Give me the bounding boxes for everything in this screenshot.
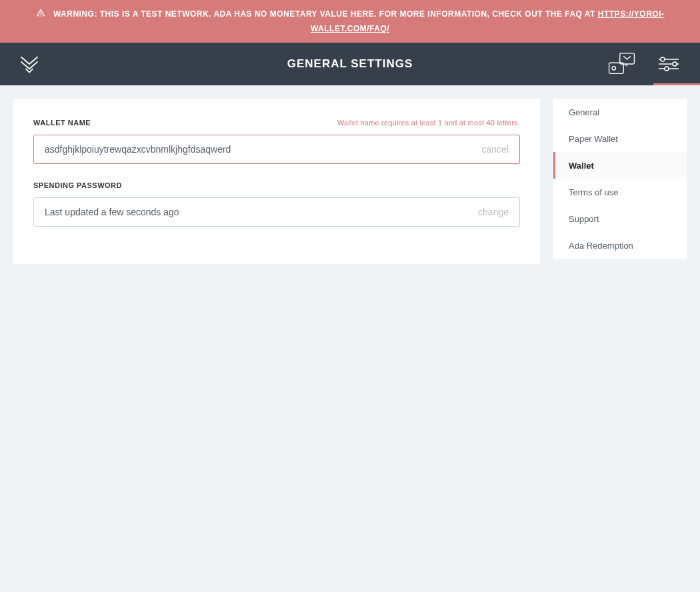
wallet-name-error: Wallet name requires at least 1 and at m…: [337, 119, 520, 127]
spending-password-change[interactable]: change: [478, 207, 509, 217]
settings-panel: WALLET NAME Wallet name requires at leas…: [13, 99, 540, 264]
topbar: GENERAL SETTINGS: [0, 43, 700, 85]
warning-text: WARNING: THIS IS A TEST NETWORK. ADA HAS…: [53, 9, 598, 19]
sidenav-item-general[interactable]: General: [553, 99, 687, 125]
warning-banner: WARNING: THIS IS A TEST NETWORK. ADA HAS…: [0, 0, 700, 43]
wallets-icon[interactable]: [607, 51, 637, 77]
svg-point-2: [612, 67, 615, 70]
sidenav-item-label: Support: [569, 214, 599, 224]
wallet-name-group: WALLET NAME Wallet name requires at leas…: [33, 119, 520, 164]
sidenav-item-terms-of-use[interactable]: Terms of use: [553, 179, 687, 205]
sidenav-item-paper-wallet[interactable]: Paper Wallet: [553, 125, 687, 152]
wallet-name-field[interactable]: cancel: [33, 135, 520, 164]
sidenav-item-label: Paper Wallet: [569, 134, 618, 144]
spending-password-group: SPENDING PASSWORD Last updated a few sec…: [33, 181, 520, 227]
svg-point-6: [673, 62, 677, 66]
sidenav-item-wallet[interactable]: Wallet: [553, 152, 687, 179]
sidenav-item-label: Ada Redemption: [569, 241, 633, 251]
main-content: WALLET NAME Wallet name requires at leas…: [0, 85, 700, 277]
wallet-name-label: WALLET NAME: [33, 119, 91, 127]
settings-sidenav: General Paper Wallet Wallet Terms of use…: [553, 99, 687, 259]
sidenav-item-label: General: [569, 107, 599, 117]
page-title: GENERAL SETTINGS: [0, 57, 700, 71]
spending-password-field[interactable]: Last updated a few seconds ago change: [33, 197, 520, 227]
wallet-name-cancel[interactable]: cancel: [482, 144, 509, 155]
spending-password-status: Last updated a few seconds ago: [45, 207, 471, 217]
svg-point-4: [661, 57, 665, 61]
warning-icon: [36, 9, 48, 19]
svg-point-8: [665, 67, 669, 71]
spending-password-label: SPENDING PASSWORD: [33, 181, 122, 189]
yoroi-logo[interactable]: [17, 51, 42, 77]
settings-icon[interactable]: [653, 51, 683, 77]
sidenav-item-label: Terms of use: [569, 187, 618, 197]
sidenav-item-ada-redemption[interactable]: Ada Redemption: [553, 232, 687, 259]
sidenav-item-support[interactable]: Support: [553, 205, 687, 232]
sidenav-item-label: Wallet: [569, 161, 594, 171]
wallet-name-input[interactable]: [45, 144, 475, 155]
